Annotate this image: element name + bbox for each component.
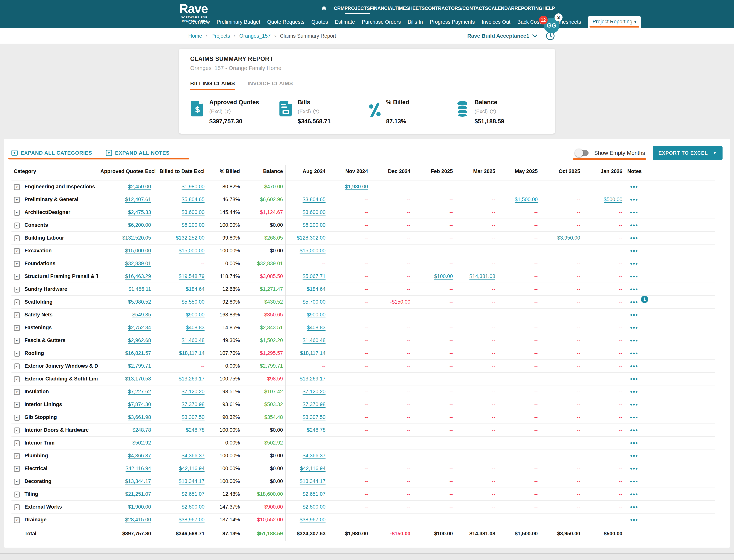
amount-link[interactable]: $13,170.58: [125, 376, 151, 382]
expand-all-notes-button[interactable]: ▾ EXPAND ALL NOTES: [106, 150, 170, 156]
amount-link[interactable]: $13,269.17: [179, 376, 205, 382]
tab-invoice-claims[interactable]: INVOICE CLAIMS: [248, 80, 293, 90]
expand-row-icon[interactable]: ▾: [14, 261, 20, 267]
expand-row-icon[interactable]: ▾: [14, 466, 20, 472]
project-tab[interactable]: Quote Requests: [267, 16, 305, 28]
show-empty-months-toggle[interactable]: Show Empty Months: [575, 150, 645, 156]
project-tab[interactable]: Progress Payments: [430, 16, 475, 28]
expand-row-icon[interactable]: ▾: [14, 351, 20, 357]
top-nav-item[interactable]: REPORTING: [514, 6, 542, 11]
amount-link[interactable]: $3,600.00: [303, 209, 326, 215]
row-menu-icon[interactable]: [630, 391, 637, 393]
expand-row-icon[interactable]: ▾: [14, 389, 20, 395]
amount-link[interactable]: $7,874.30: [128, 402, 151, 407]
amount-link[interactable]: $15,000.00: [179, 248, 205, 254]
amount-link[interactable]: $2,475.33: [128, 209, 151, 215]
amount-link[interactable]: $549.35: [132, 312, 151, 318]
amount-link[interactable]: $16,821.57: [125, 350, 151, 356]
row-menu-icon[interactable]: [630, 442, 637, 444]
row-menu-icon[interactable]: [630, 404, 637, 406]
expand-row-icon[interactable]: ▾: [14, 492, 20, 497]
amount-link[interactable]: $13,344.17: [300, 478, 326, 484]
row-menu-icon[interactable]: [630, 237, 637, 239]
amount-link[interactable]: $3,600.00: [182, 209, 205, 215]
amount-link[interactable]: $4,366.37: [128, 453, 151, 458]
amount-link[interactable]: $2,799.71: [128, 363, 151, 369]
amount-link[interactable]: $3,661.98: [128, 414, 151, 420]
amount-link[interactable]: $3,307.50: [182, 414, 205, 420]
amount-link[interactable]: $3,804.65: [303, 197, 326, 202]
amount-link[interactable]: $128,302.00: [297, 235, 326, 241]
amount-link[interactable]: $248.78: [307, 427, 326, 433]
expand-row-icon[interactable]: ▾: [14, 274, 20, 280]
top-nav-item[interactable]: TIMESHEETS: [395, 6, 425, 11]
row-menu-icon[interactable]: [630, 327, 637, 329]
expand-row-icon[interactable]: ▾: [14, 325, 20, 331]
amount-link[interactable]: $13,344.17: [125, 478, 151, 484]
project-tab[interactable]: Invoices Out: [482, 16, 510, 28]
row-menu-icon[interactable]: [630, 186, 637, 188]
project-tab[interactable]: Bills In: [408, 16, 423, 28]
amount-link[interactable]: $18,117.14: [179, 350, 205, 356]
amount-link[interactable]: $184.64: [186, 286, 205, 292]
amount-link[interactable]: $5,980.52: [128, 299, 151, 305]
amount-link[interactable]: $7,120.20: [182, 389, 205, 394]
row-menu-icon[interactable]: [630, 468, 637, 470]
amount-link[interactable]: $42,116.94: [179, 466, 205, 471]
amount-link[interactable]: $2,651.07: [182, 491, 205, 497]
expand-row-icon[interactable]: ▾: [14, 312, 20, 318]
top-nav-item[interactable]: CRM: [334, 6, 345, 11]
expand-row-icon[interactable]: ▾: [14, 517, 20, 523]
expand-row-icon[interactable]: ▾: [14, 197, 20, 203]
amount-link[interactable]: $500.00: [604, 197, 622, 202]
amount-link[interactable]: $42,116.94: [300, 466, 326, 471]
info-icon[interactable]: ?: [313, 109, 319, 114]
expand-row-icon[interactable]: ▾: [14, 415, 20, 421]
amount-link[interactable]: $15,000.00: [125, 248, 151, 254]
project-tab[interactable]: Preliminary Budget: [217, 16, 260, 28]
expand-row-icon[interactable]: ▾: [14, 235, 20, 241]
row-menu-icon[interactable]: [630, 519, 637, 521]
top-nav-item[interactable]: HELP: [542, 6, 555, 11]
amount-link[interactable]: $184.64: [307, 286, 326, 292]
amount-link[interactable]: $408.83: [186, 325, 205, 330]
avatar[interactable]: GG 12 3: [544, 18, 559, 33]
amount-link[interactable]: $15,000.00: [300, 248, 326, 254]
row-menu-icon[interactable]: [630, 250, 637, 252]
row-menu-icon[interactable]: [630, 314, 637, 316]
amount-link[interactable]: $1,456.11: [129, 286, 151, 292]
expand-row-icon[interactable]: ▾: [14, 428, 20, 433]
expand-row-icon[interactable]: ▾: [14, 184, 20, 190]
row-menu-icon[interactable]: [630, 199, 637, 201]
expand-row-icon[interactable]: ▾: [14, 376, 20, 382]
info-icon[interactable]: ?: [490, 109, 496, 114]
expand-row-icon[interactable]: ▾: [14, 338, 20, 344]
amount-link[interactable]: $38,967.00: [179, 517, 205, 523]
amount-link[interactable]: $4,366.37: [303, 453, 326, 458]
build-selector[interactable]: Rave Build Acceptance1: [467, 33, 537, 39]
amount-link[interactable]: $3,307.50: [303, 414, 326, 420]
toggle-track[interactable]: [575, 150, 588, 156]
expand-row-icon[interactable]: ▾: [14, 248, 20, 254]
amount-link[interactable]: $7,227.62: [128, 389, 151, 394]
notification-badge-red[interactable]: 12: [539, 16, 548, 24]
amount-link[interactable]: $38,967.00: [300, 517, 326, 523]
amount-link[interactable]: $900.00: [186, 312, 205, 318]
amount-link[interactable]: $42,116.94: [126, 466, 151, 471]
amount-link[interactable]: $12,407.61: [125, 197, 151, 202]
row-menu-icon[interactable]: [630, 224, 637, 226]
expand-row-icon[interactable]: ▾: [14, 440, 20, 446]
amount-link[interactable]: $7,370.98: [182, 402, 205, 407]
amount-link[interactable]: $21,251.07: [125, 491, 151, 497]
project-tab[interactable]: Estimate: [335, 16, 355, 28]
amount-link[interactable]: $502.92: [132, 440, 151, 446]
amount-link[interactable]: $19,548.79: [179, 273, 205, 279]
amount-link[interactable]: $5,804.65: [182, 197, 205, 202]
export-to-excel-button[interactable]: EXPORT TO EXCEL ▼: [653, 146, 723, 160]
amount-link[interactable]: $4,366.37: [182, 453, 205, 458]
toggle-knob[interactable]: [575, 149, 583, 157]
amount-link[interactable]: $13,269.17: [300, 376, 326, 382]
expand-row-icon[interactable]: ▾: [14, 504, 20, 510]
expand-row-icon[interactable]: ▾: [14, 402, 20, 408]
project-tab[interactable]: Quotes: [312, 16, 328, 28]
